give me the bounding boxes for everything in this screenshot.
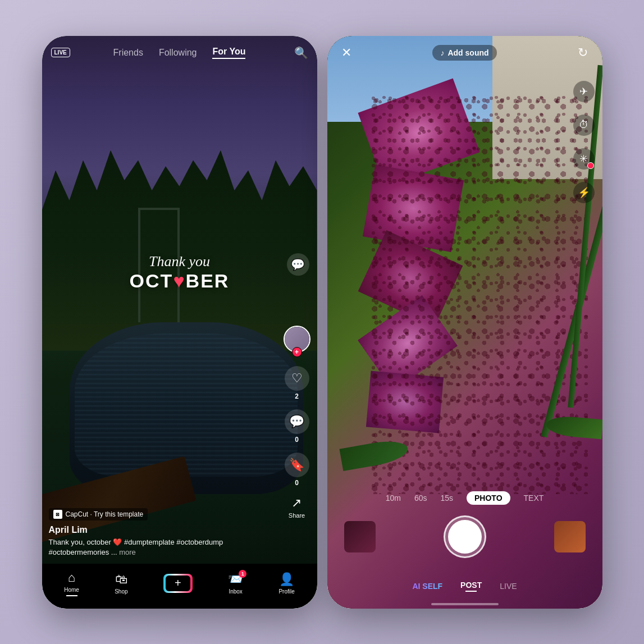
comment-icon: 💬 [285, 409, 309, 434]
home-icon: ⌂ [68, 570, 75, 585]
thumbnail-preview-1[interactable] [344, 521, 376, 552]
camera-bottom-tabs: AI SELF POST LIVE [327, 581, 602, 592]
timer-button[interactable]: ⏱ [573, 115, 595, 136]
flip-camera-button[interactable]: ✈ [573, 81, 595, 102]
tiktok-caption: ⊠ CapCut · Try this template April Lim T… [49, 508, 272, 558]
camera-mode-selector: 10m 60s 15s PHOTO TEXT [327, 491, 602, 505]
speed-button[interactable]: ⚡ [573, 182, 595, 203]
bookmark-button[interactable]: 🔖 0 [285, 453, 309, 487]
nav-for-you[interactable]: For You [212, 47, 245, 59]
active-indicator [66, 595, 77, 596]
inbox-label: Inbox [229, 588, 242, 595]
nav-friends[interactable]: Friends [113, 48, 143, 58]
camera-right-controls: ✈ ⏱ ✳ ⚡ [573, 81, 595, 203]
share-button[interactable]: ↗ Share [289, 496, 305, 519]
mode-10m[interactable]: 10m [386, 494, 401, 503]
creator-avatar-container: + [284, 326, 310, 353]
search-icon[interactable]: 🔍 [294, 46, 308, 60]
live-label: LIVE [500, 582, 517, 591]
shop-icon: 🛍 [115, 572, 127, 586]
post-tab[interactable]: POST [460, 581, 482, 592]
camera-shutter-area [327, 515, 602, 558]
mode-15s[interactable]: 15s [440, 494, 453, 503]
spots-texture [368, 93, 588, 494]
create-plus-icon: + [166, 576, 190, 591]
home-indicator-right [431, 603, 499, 605]
nav-shop-tab[interactable]: 🛍 Shop [115, 572, 127, 595]
refresh-button[interactable]: ↻ [573, 43, 593, 63]
bookmark-icon: 🔖 [285, 453, 309, 477]
capcut-logo-icon: ⊠ [53, 510, 62, 519]
tiktok-actions-panel: + ♡ 2 💬 0 🔖 0 ↗ [284, 326, 310, 519]
capcut-badge[interactable]: ⊠ CapCut · Try this template [49, 508, 148, 520]
mode-text[interactable]: TEXT [524, 494, 544, 503]
inbox-badge-count: 1 [239, 570, 246, 578]
water-reflection [75, 334, 298, 477]
profile-label: Profile [278, 588, 294, 595]
creator-username[interactable]: April Lim [49, 525, 272, 535]
shutter-inner-circle [448, 520, 482, 554]
more-button[interactable]: more [119, 548, 136, 556]
orchid-flowers [368, 93, 588, 494]
shop-icon-container: 🛍 [115, 572, 127, 587]
mode-60s[interactable]: 60s [414, 494, 427, 503]
tiktok-bottom-nav: ⌂ Home 🛍 Shop + [42, 564, 317, 609]
profile-icon: 👤 [279, 572, 294, 587]
close-button[interactable]: ✕ [336, 43, 357, 63]
camera-topbar: ✕ ♪ Add sound ↻ [327, 36, 602, 70]
music-note-icon: ♪ [440, 48, 444, 57]
heart-icon: ♡ [285, 366, 309, 391]
add-sound-label: Add sound [447, 48, 488, 57]
comment-bubble-icon[interactable]: 💬 [287, 253, 309, 276]
thumbnail-preview-2[interactable] [554, 521, 586, 552]
create-button[interactable]: + [163, 574, 193, 593]
ai-self-tab[interactable]: AI SELF [412, 582, 442, 591]
ai-self-label: AI SELF [412, 582, 442, 591]
effects-button[interactable]: ✳ [573, 148, 595, 170]
comment-count: 0 [295, 436, 299, 444]
thumbnail-1-image [344, 521, 376, 552]
comment-button[interactable]: 💬 0 [285, 409, 309, 444]
nav-create-tab[interactable]: + [163, 574, 193, 593]
caption-text: Thank you, october ❤️ #dumptemplate #oct… [49, 537, 272, 558]
thank-you-cursive: Thank you [130, 253, 230, 270]
home-label: Home [64, 587, 79, 593]
follow-plus-button[interactable]: + [292, 347, 302, 357]
mode-photo[interactable]: PHOTO [467, 491, 510, 505]
add-sound-button[interactable]: ♪ Add sound [432, 45, 496, 61]
bookmark-count: 0 [295, 479, 299, 487]
post-tab-indicator [465, 591, 477, 592]
nav-profile-tab[interactable]: 👤 Profile [278, 572, 294, 595]
left-phone: LIVE Friends Following For You 🔍 💬 Thank… [42, 36, 317, 609]
shop-label: Shop [115, 588, 127, 595]
home-indicator [146, 603, 213, 605]
phones-container: LIVE Friends Following For You 🔍 💬 Thank… [25, 19, 619, 625]
caption-body: Thank you, october ❤️ #dumptemplate #oct… [49, 538, 223, 556]
capcut-text: CapCut · Try this template [66, 510, 144, 518]
right-phone: ✕ ♪ Add sound ↻ ✈ ⏱ ✳ ⚡ [327, 36, 602, 609]
share-icon: ↗ [291, 496, 302, 510]
effects-red-dot [587, 162, 594, 169]
like-button[interactable]: ♡ 2 [285, 366, 309, 400]
nav-inbox-tab[interactable]: 📨 1 Inbox [228, 572, 243, 595]
nav-following[interactable]: Following [159, 48, 197, 58]
share-label: Share [289, 512, 305, 519]
october-text: OCT♥BER [130, 270, 230, 292]
like-count: 2 [295, 392, 299, 400]
tiktok-topnav: LIVE Friends Following For You 🔍 [42, 36, 317, 70]
live-tab[interactable]: LIVE [500, 582, 517, 591]
nav-home-tab[interactable]: ⌂ Home [64, 570, 79, 596]
video-text-overlay: Thank you OCT♥BER [130, 253, 230, 292]
live-badge[interactable]: LIVE [51, 48, 70, 57]
thumbnail-2-image [554, 521, 586, 552]
post-label: POST [460, 581, 482, 590]
camera-background: ✕ ♪ Add sound ↻ ✈ ⏱ ✳ ⚡ [327, 36, 602, 609]
shutter-button[interactable] [444, 515, 486, 558]
tiktok-feed-background: LIVE Friends Following For You 🔍 💬 Thank… [42, 36, 317, 609]
